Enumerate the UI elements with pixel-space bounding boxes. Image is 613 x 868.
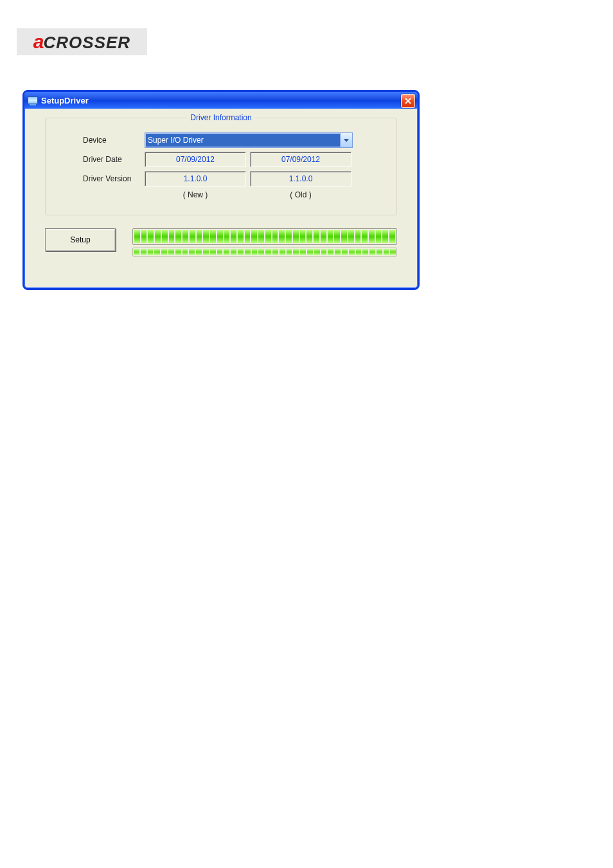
window-body: Driver Information Device Super I/O Driv… [24, 109, 418, 268]
progress-segment [217, 249, 223, 255]
progress-segment [390, 249, 396, 255]
progress-segment [314, 230, 319, 243]
close-button[interactable] [401, 94, 415, 108]
progress-segment [328, 249, 333, 255]
brand-logo-rest: CROSSER [44, 33, 131, 52]
setup-button[interactable]: Setup [45, 228, 116, 251]
progress-segment [134, 249, 139, 255]
progress-segment [377, 249, 382, 255]
progress-segment [141, 230, 147, 243]
column-label-new: ( New ) [145, 190, 246, 199]
progress-segment [162, 230, 168, 243]
progress-segment [190, 230, 195, 243]
close-icon [405, 96, 411, 106]
progress-segment [356, 249, 362, 255]
column-label-old: ( Old ) [250, 190, 351, 199]
progress-segment [265, 230, 271, 243]
progress-segment [307, 249, 313, 255]
progress-segment [362, 249, 368, 255]
progress-segment [196, 249, 202, 255]
progress-segment [335, 249, 341, 255]
progress-segment [251, 230, 257, 243]
progress-segment [314, 249, 320, 255]
progress-segment [287, 249, 292, 255]
progress-segment [265, 249, 271, 255]
setup-driver-window: SetupDriver Driver Information Device Su… [22, 90, 420, 290]
progress-segment [376, 230, 382, 243]
progress-segment [293, 249, 299, 255]
brand-logo: aCROSSER [17, 28, 147, 55]
progress-segment [272, 249, 278, 255]
fieldset-legend: Driver Information [186, 113, 255, 122]
progress-segment [134, 230, 140, 243]
progress-bar-primary [132, 228, 397, 245]
progress-segment [321, 249, 327, 255]
progress-segment [355, 230, 361, 243]
progress-segment [169, 230, 175, 243]
driver-date-new: 07/09/2012 [145, 152, 246, 167]
dropdown-button[interactable] [340, 133, 352, 147]
driver-version-new: 1.1.0.0 [145, 171, 246, 186]
progress-segment [155, 230, 161, 243]
window-title: SetupDriver [41, 96, 89, 105]
progress-segment [210, 249, 216, 255]
driver-version-old: 1.1.0.0 [250, 171, 351, 186]
progress-segment [148, 230, 154, 243]
progress-segment [175, 249, 181, 255]
driver-date-label: Driver Date [83, 155, 145, 164]
progress-segment [203, 230, 209, 243]
progress-segment [328, 230, 333, 243]
window-icon [28, 96, 38, 105]
progress-segment [175, 230, 181, 243]
progress-segment [245, 249, 251, 255]
progress-segment [168, 249, 174, 255]
progress-segment [245, 230, 251, 243]
progress-segment [189, 249, 195, 255]
progress-segment [203, 249, 209, 255]
progress-segment [231, 249, 236, 255]
progress-segment [300, 230, 306, 243]
progress-segment [182, 249, 188, 255]
progress-segment [279, 230, 285, 243]
progress-segment [384, 249, 389, 255]
progress-segment [224, 230, 230, 243]
progress-segment [238, 230, 244, 243]
device-combobox[interactable]: Super I/O Driver [145, 132, 353, 148]
progress-segment [280, 249, 285, 255]
progress-segment [348, 230, 354, 243]
progress-segment [369, 249, 375, 255]
progress-segment [217, 230, 223, 243]
progress-segment [321, 230, 326, 243]
progress-segment [272, 230, 278, 243]
device-selected-value: Super I/O Driver [148, 136, 340, 145]
progress-segment [362, 230, 368, 243]
progress-segment [231, 230, 236, 243]
progress-segment [141, 249, 147, 255]
progress-segment [258, 230, 264, 243]
progress-segment [293, 230, 299, 243]
progress-segment [252, 249, 258, 255]
progress-segment [161, 249, 167, 255]
driver-info-fieldset: Driver Information Device Super I/O Driv… [45, 118, 397, 215]
progress-segment [197, 230, 202, 243]
chevron-down-icon [344, 136, 349, 145]
progress-segment [286, 230, 292, 243]
progress-bar-secondary [132, 248, 397, 257]
driver-version-label: Driver Version [83, 174, 145, 183]
progress-segment [306, 230, 312, 243]
progress-segment [382, 230, 388, 243]
progress-segment [148, 249, 154, 255]
progress-segment [258, 249, 264, 255]
titlebar[interactable]: SetupDriver [24, 92, 418, 109]
progress-segment [182, 230, 188, 243]
driver-date-old: 07/09/2012 [250, 152, 351, 167]
progress-segment [210, 230, 216, 243]
device-label: Device [83, 136, 145, 145]
progress-segment [341, 230, 347, 243]
progress-segment [238, 249, 244, 255]
progress-segment [369, 230, 375, 243]
progress-segment [224, 249, 229, 255]
progress-segment [154, 249, 160, 255]
progress-segment [300, 249, 306, 255]
progress-segment [349, 249, 355, 255]
